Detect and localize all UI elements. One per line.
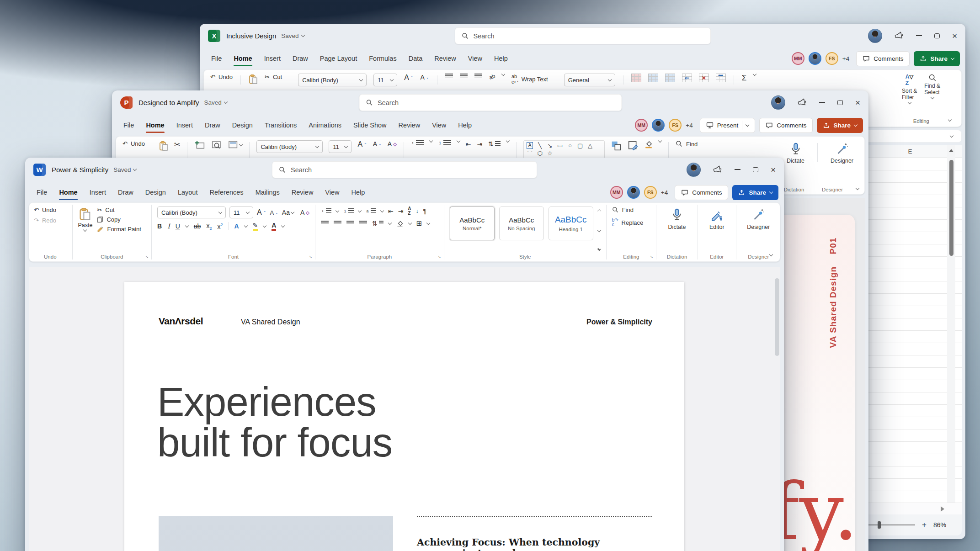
find-button[interactable]: Find [612,207,650,213]
collaborator-badge-fs[interactable]: FS [644,186,657,199]
word-tab-mailings[interactable]: Mailings [250,186,286,199]
ppt-tab-animations[interactable]: Animations [303,119,347,132]
collaborator-avatar[interactable] [652,119,665,132]
sort-button[interactable]: AZ [408,207,411,216]
collapse-ribbon-chevron[interactable] [856,186,859,190]
cut-button[interactable]: ✂ [174,140,180,149]
subscript-button[interactable]: x2 [206,222,212,231]
close-button[interactable]: × [855,98,860,107]
word-vertical-scroll-thumb[interactable] [775,278,779,356]
font-name-select[interactable]: Calibri (Body) [157,207,226,218]
powerpoint-saved-status[interactable]: Saved [204,99,227,106]
zoom-slider[interactable] [861,525,915,525]
style-heading-1[interactable]: AaBbCcHeading 1 [549,207,593,240]
rounded-rect-shape-icon[interactable]: ▢ [577,142,583,149]
line-spacing-button[interactable]: ⇅ [488,140,501,148]
delete-cells-button[interactable]: ✕ [699,74,709,82]
style-gallery-down-arrow[interactable] [597,228,601,232]
share-button[interactable]: Share [732,185,778,200]
ppt-tab-help[interactable]: Help [452,119,478,132]
rectangle-shape-icon[interactable]: ▭ [557,142,563,149]
multilevel-list-button[interactable]: a [366,208,376,214]
ppt-tab-file[interactable]: File [117,119,140,132]
cut-button[interactable]: ✂ Cut [265,74,282,80]
present-button[interactable]: Present [700,118,756,133]
align-right-icon[interactable] [346,221,354,226]
style-no-spacing[interactable]: AaBbCcNo Spacing [499,207,544,240]
grow-font-button[interactable]: A⌃ [357,140,367,148]
grow-font-button[interactable]: A⌃ [404,74,413,82]
line-spacing-button[interactable]: ⇅ [372,220,383,227]
scroll-up-arrow[interactable] [949,149,953,152]
dictate-button[interactable]: Dictate [668,207,686,252]
collaborator-badge-mm[interactable]: MM [635,119,648,132]
borders-button[interactable]: ⊞ [416,219,422,228]
align-center-icon[interactable] [334,221,341,226]
quick-styles-button[interactable] [628,140,639,151]
collaborator-badge-mm[interactable]: MM [610,186,623,199]
ppt-tab-slide-show[interactable]: Slide Show [347,119,393,132]
copy-button[interactable]: Copy [97,216,141,223]
word-saved-status[interactable]: Saved [113,166,136,173]
new-slide-button[interactable] [194,140,205,150]
change-case-button[interactable]: Aa [282,209,294,216]
undo-button[interactable]: ↶ Undo [34,207,67,213]
clipboard-dialog-launcher[interactable]: ↘ [145,254,149,259]
collaborator-overflow[interactable]: +4 [686,122,692,129]
redo-button[interactable]: ↷ Redo [34,217,67,224]
collaborator-avatar[interactable] [627,186,640,199]
font-color-button[interactable]: A [272,222,276,231]
text-effects-button[interactable]: A [234,223,239,230]
autosum-button[interactable]: Σ [742,74,747,83]
paragraph-dialog-launcher[interactable]: ↘ [437,254,441,259]
maximize-button[interactable] [934,33,940,38]
ppt-tab-transitions[interactable]: Transitions [259,119,303,132]
wrap-text-button[interactable]: abc↩Wrap Text [511,74,548,85]
account-avatar[interactable] [868,29,882,43]
word-tab-help[interactable]: Help [346,186,371,199]
powerpoint-search-input[interactable]: Search [359,94,622,111]
ppt-find-button[interactable]: Find [676,140,698,148]
ppt-tab-insert[interactable]: Insert [170,119,199,132]
shrink-font-button[interactable]: A⌄ [373,140,382,148]
minimize-button[interactable] [735,169,740,170]
font-size-select[interactable]: 11 [229,207,253,218]
text-box-icon[interactable]: A [527,142,533,149]
paste-button[interactable] [159,140,168,151]
numbering-button[interactable]: 1 [343,208,354,214]
powerpoint-app-icon[interactable]: P [120,96,133,109]
format-as-table-button[interactable] [648,74,658,82]
feedback-megaphone-icon[interactable] [894,31,904,41]
account-avatar[interactable] [771,95,785,110]
justify-icon[interactable] [359,221,367,226]
zoom-slider-handle[interactable] [878,521,881,529]
align-left-icon[interactable] [321,221,329,226]
comments-button[interactable]: Comments [675,185,728,200]
close-button[interactable]: × [952,32,957,40]
collapse-ribbon-chevron[interactable] [948,118,952,122]
conditional-formatting-button[interactable] [631,74,641,82]
minimize-button[interactable] [916,35,922,36]
excel-tab-file[interactable]: File [205,52,228,65]
highlight-button[interactable]: ✎ [253,222,258,231]
editing-dialog-launcher[interactable]: ↘ [650,254,654,259]
excel-font-name-select[interactable]: Calibri (Body) [298,74,367,86]
word-tab-design[interactable]: Design [139,186,172,199]
shrink-font-button[interactable]: A⌄ [421,74,429,81]
cut-button[interactable]: ✂ Cut [97,207,141,213]
feedback-megaphone-icon[interactable] [797,97,807,107]
italic-button[interactable]: I [167,223,170,230]
arrow-shape-icon[interactable]: ↘ [547,142,553,149]
excel-tab-formulas[interactable]: Formulas [363,52,402,65]
find-select-button[interactable]: Find &Select [924,74,940,104]
word-tab-references[interactable]: References [203,186,249,199]
designer-button[interactable]: Designer [747,207,770,252]
ppt-undo-button[interactable]: ↶ Undo [122,140,145,147]
excel-font-size-select[interactable]: 11 [373,74,397,86]
shape-fill-button[interactable] [644,140,653,148]
word-tab-review[interactable]: Review [286,186,320,199]
insert-cells-button[interactable]: ⇐ [682,74,692,82]
maximize-button[interactable] [837,100,843,105]
sort-filter-button[interactable]: A▽Z Sort &Filter [902,74,917,104]
vertical-scrollbar[interactable] [947,145,955,503]
